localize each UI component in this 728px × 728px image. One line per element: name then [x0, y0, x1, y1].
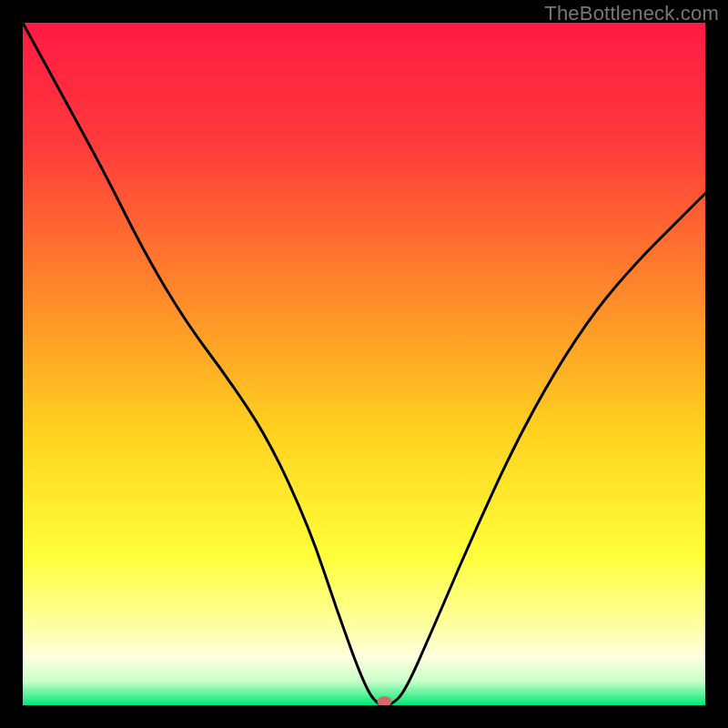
chart-frame: TheBottleneck.com: [0, 0, 728, 728]
bottleneck-chart: [23, 23, 705, 705]
plot-area: [23, 23, 705, 705]
gradient-background: [23, 23, 705, 705]
watermark-text: TheBottleneck.com: [544, 2, 719, 25]
